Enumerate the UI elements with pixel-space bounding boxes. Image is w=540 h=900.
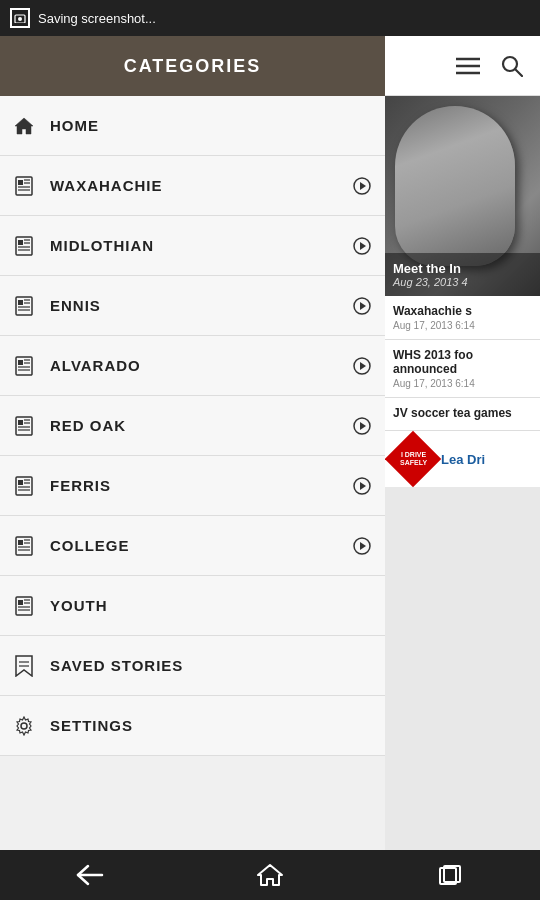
news-image-overlay: Meet the In Aug 23, 2013 4 [385, 253, 540, 296]
svg-marker-34 [360, 362, 366, 370]
svg-rect-52 [18, 540, 23, 545]
sidebar-item-settings-label: SETTINGS [50, 717, 373, 734]
svg-line-73 [515, 69, 522, 76]
newspaper-icon-red-oak [12, 414, 36, 438]
news-item-3[interactable]: JV soccer tea games [385, 398, 540, 431]
svg-rect-20 [18, 300, 23, 305]
svg-marker-50 [360, 482, 366, 490]
bookmark-icon [12, 654, 36, 678]
arrow-icon-college [351, 535, 373, 557]
svg-marker-2 [15, 118, 33, 134]
sidebar-item-college[interactable]: COLLEGE [0, 516, 385, 576]
arrow-icon-alvarado [351, 355, 373, 377]
ad-logo-text: I DRIVESAFELY [400, 451, 427, 466]
sidebar-item-youth[interactable]: YOUTH [0, 576, 385, 636]
sidebar-item-waxahachie[interactable]: WAXAHACHIE [0, 156, 385, 216]
news-item-1-date: Aug 17, 2013 6:14 [393, 320, 532, 331]
gear-icon [12, 714, 36, 738]
news-item-2-date: Aug 17, 2013 6:14 [393, 378, 532, 389]
sidebar-item-red-oak-label: RED OAK [50, 417, 351, 434]
sidebar-header: CATEGORIES [0, 36, 385, 96]
svg-rect-44 [18, 480, 23, 485]
sidebar-item-midlothian-label: MIDLOTHIAN [50, 237, 351, 254]
home-icon [12, 114, 36, 138]
newspaper-icon-waxahachie [12, 174, 36, 198]
svg-marker-26 [360, 302, 366, 310]
sidebar-item-alvarado-label: ALVARADO [50, 357, 351, 374]
news-image-title: Meet the In [393, 261, 532, 276]
arrow-icon-red-oak [351, 415, 373, 437]
news-image-card[interactable]: Meet the In Aug 23, 2013 4 [385, 96, 540, 296]
newspaper-icon-college [12, 534, 36, 558]
sidebar-item-saved-stories[interactable]: SAVED STORIES [0, 636, 385, 696]
svg-rect-60 [18, 600, 23, 605]
svg-rect-12 [18, 240, 23, 245]
svg-point-1 [18, 17, 22, 21]
recent-apps-button[interactable] [420, 855, 480, 895]
svg-marker-10 [360, 182, 366, 190]
sidebar-item-youth-label: YOUTH [50, 597, 373, 614]
newspaper-icon-midlothian [12, 234, 36, 258]
menu-button[interactable] [448, 46, 488, 86]
sidebar-item-ferris[interactable]: FERRIS [0, 456, 385, 516]
svg-marker-42 [360, 422, 366, 430]
status-text: Saving screenshot... [38, 11, 156, 26]
news-item-2[interactable]: WHS 2013 foo announced Aug 17, 2013 6:14 [385, 340, 540, 398]
ad-banner[interactable]: I DRIVESAFELY Lea Dri [385, 431, 540, 487]
arrow-icon-midlothian [351, 235, 373, 257]
news-item-1-title: Waxahachie s [393, 304, 532, 318]
newspaper-icon-youth [12, 594, 36, 618]
home-button[interactable] [240, 855, 300, 895]
ad-logo: I DRIVESAFELY [385, 431, 441, 488]
newspaper-icon-alvarado [12, 354, 36, 378]
screenshot-icon [10, 8, 30, 28]
news-item-3-title: JV soccer tea games [393, 406, 532, 420]
news-item-1[interactable]: Waxahachie s Aug 17, 2013 6:14 [385, 296, 540, 340]
svg-rect-28 [18, 360, 23, 365]
arrow-icon-ferris [351, 475, 373, 497]
svg-point-68 [21, 723, 27, 729]
sidebar-item-ferris-label: FERRIS [50, 477, 351, 494]
sidebar-item-ennis-label: ENNIS [50, 297, 351, 314]
helmet-image [395, 106, 515, 266]
arrow-icon-waxahachie [351, 175, 373, 197]
right-panel: Meet the In Aug 23, 2013 4 Waxahachie s … [385, 36, 540, 850]
sidebar-title: CATEGORIES [124, 56, 262, 77]
svg-rect-36 [18, 420, 23, 425]
sidebar-item-settings[interactable]: SETTINGS [0, 696, 385, 756]
svg-marker-75 [258, 865, 282, 885]
svg-marker-58 [360, 542, 366, 550]
sidebar-item-saved-stories-label: SAVED STORIES [50, 657, 373, 674]
news-item-2-title: WHS 2013 foo announced [393, 348, 532, 376]
right-header [385, 36, 540, 96]
newspaper-icon-ennis [12, 294, 36, 318]
bottom-nav [0, 850, 540, 900]
status-bar: Saving screenshot... [0, 0, 540, 36]
ad-text: Lea Dri [441, 452, 485, 467]
search-button[interactable] [492, 46, 532, 86]
newspaper-icon-ferris [12, 474, 36, 498]
sidebar-item-home-label: HOME [50, 117, 373, 134]
news-image-date: Aug 23, 2013 4 [393, 276, 532, 288]
sidebar: CATEGORIES HOME [0, 36, 385, 850]
sidebar-item-ennis[interactable]: ENNIS [0, 276, 385, 336]
sidebar-item-college-label: COLLEGE [50, 537, 351, 554]
sidebar-item-alvarado[interactable]: ALVARADO [0, 336, 385, 396]
arrow-icon-ennis [351, 295, 373, 317]
sidebar-item-midlothian[interactable]: MIDLOTHIAN [0, 216, 385, 276]
back-button[interactable] [60, 855, 120, 895]
svg-marker-18 [360, 242, 366, 250]
sidebar-item-waxahachie-label: WAXAHACHIE [50, 177, 351, 194]
main-area: CATEGORIES HOME [0, 36, 540, 850]
svg-rect-4 [18, 180, 23, 185]
sidebar-item-home[interactable]: HOME [0, 96, 385, 156]
sidebar-item-red-oak[interactable]: RED OAK [0, 396, 385, 456]
